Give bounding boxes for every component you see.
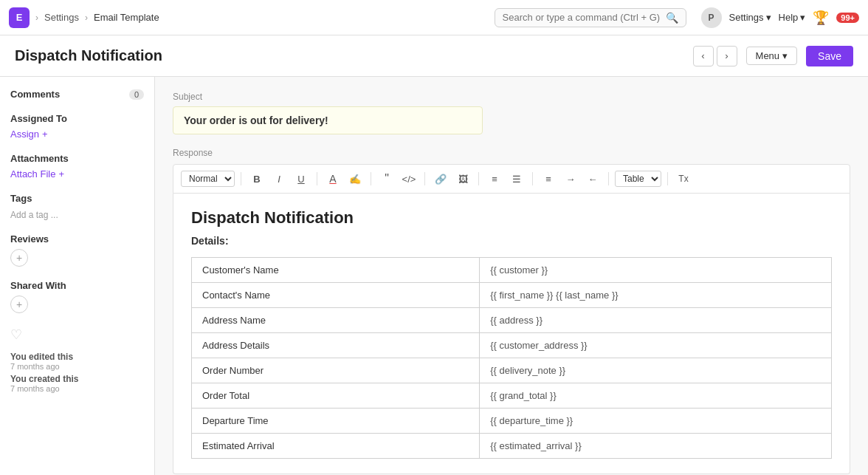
indent-button[interactable]: →: [561, 169, 580, 188]
avatar: P: [701, 7, 722, 28]
subject-section: Subject Your order is out for delivery!: [173, 92, 850, 134]
breadcrumb-settings[interactable]: Settings: [44, 12, 79, 23]
save-button[interactable]: Save: [806, 46, 853, 66]
editor-body[interactable]: Dispatch Notification Details: Customer'…: [173, 194, 850, 474]
breadcrumb-email-template[interactable]: Email Template: [94, 12, 159, 23]
table-row: Customer's Name{{ customer }}: [192, 258, 832, 283]
add-tag-link[interactable]: Add a tag ...: [10, 210, 58, 220]
top-nav: E › Settings › Email Template 🔍 P Settin…: [0, 0, 868, 35]
response-label: Response: [173, 148, 850, 158]
search-bar: 🔍: [495, 8, 686, 27]
editor-content-subtitle: Details:: [191, 235, 832, 247]
toolbar-divider-8: [667, 172, 668, 185]
table-cell-value: {{ delivery_note }}: [480, 358, 832, 383]
attachments-label: Attachments: [10, 153, 144, 164]
breadcrumb-sep-2: ›: [85, 13, 88, 23]
code-button[interactable]: </>: [399, 169, 418, 188]
nav-right: P Settings ▾ Help ▾ 🏆 99+: [701, 7, 859, 28]
activity-time-2: 7 months ago: [10, 384, 144, 393]
content-area: Subject Your order is out for delivery! …: [155, 77, 868, 475]
settings-nav-button[interactable]: Settings ▾: [729, 12, 771, 23]
reviews-label: Reviews: [10, 233, 144, 245]
table-cell-label: Estimated Arrival: [192, 434, 480, 459]
format-select[interactable]: Normal: [181, 171, 235, 187]
shared-with-label: Shared With: [10, 280, 144, 291]
unordered-list-button[interactable]: ☰: [507, 169, 526, 188]
table-cell-value: {{ customer }}: [480, 258, 832, 283]
notification-badge: 99+: [836, 13, 859, 23]
table-cell-value: {{ departure_time }}: [480, 409, 832, 434]
italic-button[interactable]: I: [269, 169, 289, 188]
table-cell-label: Order Total: [192, 383, 480, 409]
table-row: Departure Time{{ departure_time }}: [192, 409, 832, 434]
main-layout: Comments 0 Assigned To Assign + Attachme…: [0, 77, 868, 475]
table-row: Order Number{{ delivery_note }}: [192, 358, 832, 383]
align-center-button[interactable]: ≡: [539, 169, 558, 188]
table-cell-label: Address Details: [192, 333, 480, 358]
table-row: Estimated Arrival{{ estimated_arrival }}: [192, 434, 832, 459]
sidebar: Comments 0 Assigned To Assign + Attachme…: [0, 77, 155, 475]
comments-label: Comments: [10, 89, 60, 100]
toolbar-divider-7: [608, 172, 609, 185]
font-color-button[interactable]: A: [323, 169, 342, 188]
next-arrow-button[interactable]: ›: [717, 46, 737, 66]
sidebar-reviews-section: Reviews +: [10, 233, 144, 267]
ordered-list-button[interactable]: ≡: [485, 169, 504, 188]
sidebar-tags-section: Tags Add a tag ...: [10, 193, 144, 220]
table-cell-value: {{ estimated_arrival }}: [480, 434, 832, 459]
activity-item-2: You created this 7 months ago: [10, 374, 144, 393]
prev-arrow-button[interactable]: ‹: [693, 46, 714, 66]
table-cell-value: {{ address }}: [480, 308, 832, 333]
toolbar-divider-4: [424, 172, 425, 185]
search-input[interactable]: [503, 12, 661, 23]
toolbar-divider-2: [317, 172, 317, 185]
tags-label: Tags: [10, 193, 144, 204]
table-cell-value: {{ first_name }} {{ last_name }}: [480, 283, 832, 308]
link-button[interactable]: 🔗: [431, 169, 450, 188]
toolbar-divider-5: [478, 172, 479, 185]
table-cell-label: Customer's Name: [192, 258, 480, 283]
underline-button[interactable]: U: [292, 169, 311, 188]
breadcrumb-sep-1: ›: [35, 13, 38, 23]
sidebar-comments-section: Comments 0: [10, 89, 144, 100]
assigned-to-label: Assigned To: [10, 113, 144, 124]
table-row: Order Total{{ grand_total }}: [192, 383, 832, 409]
heart-icon: ♡: [10, 327, 144, 343]
table-row: Address Details{{ customer_address }}: [192, 333, 832, 358]
editor-toolbar: Normal B I U A ✍ " </> 🔗 🖼 ≡ ☰ ≡: [173, 164, 850, 194]
trophy-icon: 🏆: [813, 10, 829, 26]
table-cell-label: Order Number: [192, 358, 480, 383]
bold-button[interactable]: B: [247, 169, 266, 188]
outdent-button[interactable]: ←: [583, 169, 602, 188]
subject-label: Subject: [173, 92, 850, 102]
editor-content-title: Dispatch Notification: [191, 208, 832, 228]
assign-link[interactable]: Assign +: [10, 129, 144, 140]
sidebar-shared-section: Shared With +: [10, 280, 144, 313]
table-row: Contact's Name{{ first_name }} {{ last_n…: [192, 283, 832, 308]
page-header: Dispatch Notification ‹ › Menu ▾ Save: [0, 35, 868, 77]
sidebar-attachments-section: Attachments Attach File +: [10, 153, 144, 180]
blockquote-button[interactable]: ": [377, 169, 396, 188]
help-nav-button[interactable]: Help ▾: [779, 12, 806, 23]
response-section: Response Normal B I U A ✍ " </> 🔗 🖼: [173, 148, 850, 474]
toolbar-divider-1: [241, 172, 241, 185]
add-review-button[interactable]: +: [10, 249, 28, 267]
subject-value[interactable]: Your order is out for delivery!: [173, 106, 483, 134]
image-button[interactable]: 🖼: [453, 169, 472, 188]
app-icon: E: [9, 7, 30, 28]
nav-arrows: ‹ ›: [693, 46, 737, 66]
menu-button[interactable]: Menu ▾: [746, 47, 798, 65]
activity-section: You edited this 7 months ago You created…: [10, 352, 144, 393]
clear-format-button[interactable]: Tx: [674, 169, 693, 188]
dispatch-table: Customer's Name{{ customer }}Contact's N…: [191, 257, 832, 459]
attach-file-link[interactable]: Attach File +: [10, 168, 144, 180]
add-shared-button[interactable]: +: [10, 295, 28, 313]
toolbar-divider-3: [371, 172, 371, 185]
activity-time-1: 7 months ago: [10, 362, 144, 371]
toolbar-divider-6: [532, 172, 533, 185]
sidebar-assigned-section: Assigned To Assign +: [10, 113, 144, 140]
table-cell-label: Departure Time: [192, 409, 480, 434]
search-icon: 🔍: [666, 12, 678, 24]
highlight-button[interactable]: ✍: [345, 169, 365, 188]
table-select[interactable]: Table: [615, 171, 661, 187]
